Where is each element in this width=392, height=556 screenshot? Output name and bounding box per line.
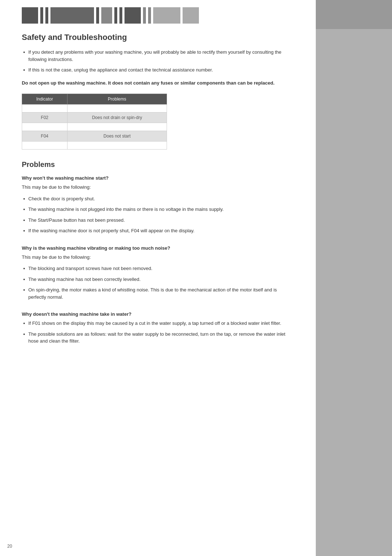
question-3-bullets: If F01 shows on the display this may be … [22,320,294,345]
main-content: Safety and Troubleshooting If you detect… [0,0,316,556]
question-2-block: Why is the washing machine vibrating or … [22,245,294,301]
question-1-block: Why won't the washing machine start? Thi… [22,175,294,234]
page-container: Safety and Troubleshooting If you detect… [0,0,392,556]
table-cell-empty-1a [22,105,68,113]
table-header-problems: Problems [67,94,167,105]
q3-bullet-1: If F01 shows on the display this may be … [22,320,294,327]
table-cell-f02-problem: Does not drain or spin-dry [67,113,167,123]
table-row-empty-3 [22,142,167,150]
color-block-2 [40,7,43,24]
intro-bullet-2: If this is not the case, unplug the appl… [22,66,294,74]
side-panel [316,0,392,556]
question-1-intro: This may be due to the following: [22,184,294,191]
table-row-f04: F04 Does not start [22,131,167,142]
table-header-row: Indicator Problems [22,94,167,105]
color-block-9 [124,7,141,24]
question-3-heading: Why doesn't the washing machine take in … [22,311,294,317]
color-block-7 [114,7,117,24]
table-cell-empty-1b [67,105,167,113]
question-2-intro: This may be due to the following: [22,254,294,261]
q1-bullet-4: If the washing machine door is not prope… [22,227,294,234]
q3-bullet-2: The possible solutions are as follows: w… [22,331,294,345]
page-number: 20 [7,544,12,549]
color-block-5 [96,7,99,24]
q1-bullet-3: The Start/Pause button has not been pres… [22,217,294,224]
side-bar-decoration [316,0,392,29]
section-title: Safety and Troubleshooting [22,33,294,42]
intro-bullet-1: If you detect any problems with your was… [22,49,294,63]
table-cell-empty-2b [67,123,167,131]
table-cell-f02-indicator: F02 [22,113,68,123]
q2-bullet-1: The blocking and transport screws have n… [22,265,294,272]
table-row-empty-1 [22,105,167,113]
color-block-12 [153,7,180,24]
problems-section: Problems Why won't the washing machine s… [22,160,294,345]
table-cell-empty-2a [22,123,68,131]
question-3-block: Why doesn't the washing machine take in … [22,311,294,345]
table-cell-f04-indicator: F04 [22,131,68,142]
color-block-1 [22,7,38,24]
table-cell-empty-3a [22,142,68,150]
color-block-8 [119,7,122,24]
bold-notice: Do not open up the washing machine. It d… [22,79,294,87]
color-block-6 [101,7,112,24]
intro-bullet-list: If you detect any problems with your was… [22,49,294,74]
table-row-f02: F02 Does not drain or spin-dry [22,113,167,123]
question-1-heading: Why won't the washing machine start? [22,175,294,181]
problems-title: Problems [22,160,294,169]
color-block-4 [50,7,94,24]
q2-bullet-2: The washing machine has not been correct… [22,276,294,283]
color-block-3 [45,7,48,24]
table-row-empty-2 [22,123,167,131]
question-2-heading: Why is the washing machine vibrating or … [22,245,294,251]
question-1-bullets: Check the door is properly shut. The was… [22,195,294,234]
q1-bullet-2: The washing machine is not plugged into … [22,206,294,213]
q2-bullet-3: On spin-drying, the motor makes a kind o… [22,286,294,301]
table-cell-empty-3b [67,142,167,150]
color-block-11 [148,7,151,24]
header-bar [22,0,294,29]
color-block-10 [143,7,146,24]
color-block-13 [183,7,199,24]
q1-bullet-1: Check the door is properly shut. [22,195,294,203]
indicator-table: Indicator Problems F02 Does not drain or… [22,94,167,150]
question-2-bullets: The blocking and transport screws have n… [22,265,294,301]
table-cell-f04-problem: Does not start [67,131,167,142]
table-header-indicator: Indicator [22,94,68,105]
